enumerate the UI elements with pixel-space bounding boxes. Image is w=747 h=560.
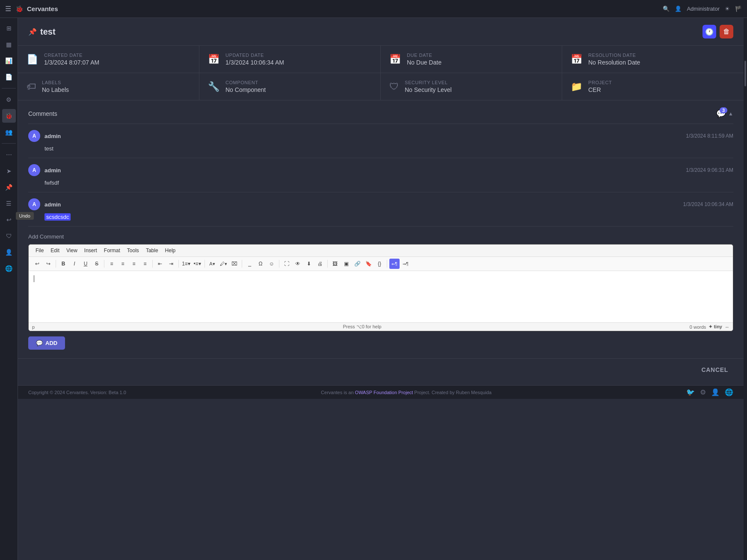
sidebar-icon-users[interactable]: 👥: [2, 125, 16, 139]
due-date-icon: 📅: [389, 54, 401, 65]
sidebar-icon-bug[interactable]: 🐞: [2, 109, 16, 123]
menu-help[interactable]: Help: [162, 246, 179, 255]
delete-button[interactable]: 🗑: [720, 25, 733, 38]
sidebar-icon-person[interactable]: 👤: [2, 245, 16, 259]
fullscreen-btn[interactable]: ⛶: [282, 259, 292, 269]
scrollbar[interactable]: [744, 18, 747, 560]
cancel-button[interactable]: CANCEL: [696, 363, 733, 377]
ordered-list-btn[interactable]: 1≡▾: [181, 259, 191, 269]
sidebar-icon-settings[interactable]: ⚙: [2, 93, 16, 106]
comment-item: A admin 1/3/2024 9:06:31 AM fwfsdf: [28, 158, 733, 192]
issue-title: 📌 test: [28, 27, 56, 37]
sidebar-icon-pin[interactable]: 📌: [2, 180, 16, 194]
updated-date-value: 1/3/2024 10:06:34 AM: [225, 59, 284, 66]
indent-out-btn[interactable]: ⇤: [155, 259, 165, 269]
special-char-btn[interactable]: Ω: [255, 259, 266, 269]
image-btn[interactable]: 🖼: [330, 259, 340, 269]
undo-btn[interactable]: ↩: [32, 259, 42, 269]
bg-color-btn[interactable]: 🖊▾: [218, 259, 228, 269]
menu-table[interactable]: Table: [142, 246, 162, 255]
redo-btn[interactable]: ↪: [43, 259, 53, 269]
strikethrough-btn[interactable]: S: [92, 259, 102, 269]
flag-icon[interactable]: 🏴: [735, 6, 742, 12]
sidebar-icon-arrow[interactable]: ➤: [2, 164, 16, 178]
menu-tools[interactable]: Tools: [124, 246, 142, 255]
comment-timestamp: 1/3/2024 8:11:59 AM: [686, 133, 733, 139]
scrollbar-thumb[interactable]: [744, 61, 746, 86]
component-label: Component: [225, 80, 266, 85]
sidebar-icon-dots[interactable]: ⋯: [2, 148, 16, 162]
security-level-label: Security Level: [405, 80, 452, 85]
comment-timestamp: 1/3/2024 10:06:34 AM: [683, 201, 733, 207]
component-value: No Component: [225, 86, 266, 93]
indent-in-btn[interactable]: ⇥: [166, 259, 176, 269]
comment-author-name: admin: [44, 201, 61, 208]
print-btn[interactable]: 🖨: [315, 259, 325, 269]
comment-text: test: [44, 145, 733, 152]
clear-format-btn[interactable]: ⌧: [229, 259, 240, 269]
sidebar-icon-globe[interactable]: 🌐: [2, 262, 16, 275]
font-color-btn[interactable]: A▾: [207, 259, 217, 269]
bold-btn[interactable]: B: [58, 259, 68, 269]
comment-header-row: A admin 1/3/2024 9:06:31 AM: [28, 164, 733, 176]
add-comment-button[interactable]: 💬 ADD: [28, 336, 65, 350]
menu-view[interactable]: View: [63, 246, 81, 255]
separator: [205, 260, 205, 268]
bookmark-btn[interactable]: 🔖: [363, 259, 374, 269]
sidebar-icon-undo[interactable]: ↩ Undo: [2, 213, 16, 227]
align-justify-btn[interactable]: ≡: [140, 259, 150, 269]
emoji-btn[interactable]: ☺: [267, 259, 277, 269]
download-btn[interactable]: ⬇: [304, 259, 314, 269]
comment-timestamp: 1/3/2024 9:06:31 AM: [686, 167, 733, 173]
sidebar-icon-list[interactable]: ☰: [2, 197, 16, 210]
highlighted-comment-text: scsdcsdс: [44, 213, 71, 221]
app-logo: 🐞 Cervantes: [15, 5, 58, 13]
user-circle-icon[interactable]: 👤: [711, 388, 720, 396]
preview-btn[interactable]: 👁: [293, 259, 303, 269]
sidebar-icon-chart[interactable]: 📊: [2, 54, 16, 68]
media-btn[interactable]: ▣: [341, 259, 351, 269]
hr-btn[interactable]: ⎯: [244, 259, 255, 269]
menu-insert[interactable]: Insert: [81, 246, 101, 255]
chevron-up-icon[interactable]: ▲: [728, 111, 733, 117]
labels-content: Labels No Labels: [42, 80, 69, 93]
settings-sun-icon[interactable]: ☀: [725, 6, 730, 12]
rtl-btn[interactable]: ⇒¶: [400, 259, 411, 269]
hamburger-icon[interactable]: ☰: [5, 5, 11, 13]
created-date-value: 1/3/2024 8:07:07 AM: [44, 59, 99, 66]
link-btn[interactable]: 🔗: [352, 259, 362, 269]
search-icon[interactable]: 🔍: [663, 6, 670, 12]
edit-button[interactable]: 🕐: [703, 25, 716, 38]
separator: [178, 260, 179, 268]
resolution-date-value: No Resolution Date: [588, 59, 640, 66]
unordered-list-btn[interactable]: •≡▾: [192, 259, 202, 269]
sidebar-icon-home[interactable]: ⊞: [2, 21, 16, 35]
align-right-btn[interactable]: ≡: [129, 259, 139, 269]
sidebar-icon-grid[interactable]: ▦: [2, 38, 16, 51]
align-left-btn[interactable]: ≡: [107, 259, 117, 269]
owasp-link[interactable]: OWASP Foundation Project: [355, 390, 413, 395]
comment-author-wrap: A admin: [28, 164, 61, 176]
editor-body[interactable]: [29, 271, 733, 322]
globe-footer-icon[interactable]: 🌐: [725, 388, 733, 396]
menu-format[interactable]: Format: [101, 246, 124, 255]
menu-file[interactable]: File: [32, 246, 47, 255]
resolution-date-content: Resolution Date No Resolution Date: [588, 53, 640, 66]
separator: [104, 260, 104, 268]
italic-btn[interactable]: I: [69, 259, 80, 269]
code-btn[interactable]: {}: [374, 259, 385, 269]
twitter-icon[interactable]: 🐦: [686, 388, 695, 396]
sidebar-icon-doc[interactable]: 📄: [2, 70, 16, 84]
footer-icons: 🐦 ⚙ 👤 🌐: [686, 388, 733, 396]
project-value: CER: [588, 86, 612, 93]
underline-btn[interactable]: U: [80, 259, 91, 269]
resolution-date-icon: 📅: [571, 54, 582, 65]
github-icon[interactable]: ⚙: [700, 388, 706, 396]
menu-edit[interactable]: Edit: [47, 246, 63, 255]
sidebar-icon-shield[interactable]: 🛡: [2, 229, 16, 243]
resize-handle[interactable]: ↔: [725, 324, 729, 330]
admin-label[interactable]: Administrator: [687, 6, 720, 12]
align-center-btn[interactable]: ≡: [118, 259, 128, 269]
issue-title-text: test: [40, 27, 56, 37]
ltr-btn[interactable]: ⇐¶: [389, 259, 400, 269]
